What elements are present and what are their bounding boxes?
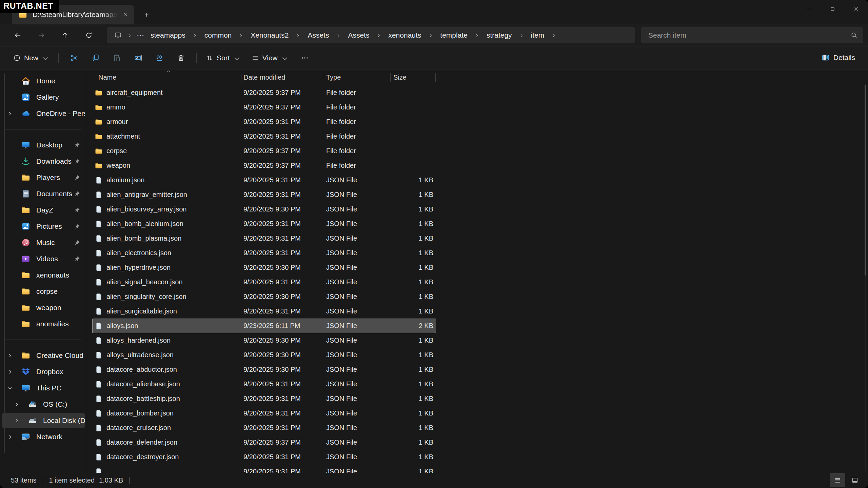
- breadcrumb-segment[interactable]: common: [201, 29, 236, 41]
- sidebar-item-players[interactable]: Players: [2, 170, 85, 185]
- rename-button[interactable]: [129, 50, 147, 66]
- file-row-datacore-battleship-json[interactable]: datacore_battleship.json 9/20/2025 9:31 …: [92, 391, 436, 406]
- column-header-type[interactable]: Type: [324, 72, 391, 83]
- sidebar-item-onedrive-persona[interactable]: OneDrive - Persona: [2, 106, 85, 121]
- new-tab-button[interactable]: [140, 8, 153, 21]
- minimize-button[interactable]: [797, 0, 821, 18]
- sidebar-item-downloads[interactable]: Downloads: [2, 154, 85, 169]
- sidebar-item-gallery[interactable]: Gallery: [2, 90, 85, 105]
- file-name: datacore_cruiser.json: [106, 424, 171, 432]
- file-row-alenium-json[interactable]: alenium.json 9/20/2025 9:31 PM JSON File…: [92, 173, 436, 187]
- breadcrumb-segment[interactable]: template: [436, 29, 471, 41]
- file-row-corpse[interactable]: corpse 9/20/2025 9:37 PM File folder: [92, 144, 436, 158]
- forward-button[interactable]: [34, 28, 49, 43]
- file-row-weapon[interactable]: weapon 9/20/2025 9:37 PM File folder: [92, 158, 436, 173]
- file-row-alien-singularity-core-json[interactable]: alien_singularity_core.json 9/20/2025 9:…: [92, 289, 436, 304]
- file-row-alien-signal-beacon-json[interactable]: alien_signal_beacon.json 9/20/2025 9:31 …: [92, 275, 436, 289]
- tab-close-button[interactable]: [119, 8, 132, 21]
- sidebar-item-this-pc[interactable]: This PC: [2, 381, 85, 395]
- paste-button[interactable]: [107, 50, 126, 66]
- maximize-button[interactable]: [821, 0, 844, 18]
- file-row-attachment[interactable]: attachment 9/20/2025 9:31 PM File folder: [92, 129, 436, 144]
- close-button[interactable]: [844, 0, 868, 18]
- file-row-alien-biosurvey-array-json[interactable]: alien_biosurvey_array.json 9/20/2025 9:3…: [92, 202, 436, 217]
- file-row-datacore-abductor-json[interactable]: datacore_abductor.json 9/20/2025 9:30 PM…: [92, 362, 436, 377]
- file-row-datacore-destroyer-json[interactable]: datacore_destroyer.json 9/20/2025 9:31 P…: [92, 450, 436, 464]
- file-row-alloys-hardened-json[interactable]: alloys_hardened.json 9/20/2025 9:30 PM J…: [92, 333, 436, 348]
- search-icon[interactable]: [850, 32, 857, 39]
- more-options-button[interactable]: [296, 50, 314, 66]
- file-row-alloys-ultradense-json[interactable]: alloys_ultradense.json 9/20/2025 9:30 PM…: [92, 348, 436, 362]
- breadcrumb-segment[interactable]: xenonauts: [384, 29, 425, 41]
- file-row-alien-antigrav-emitter-json[interactable]: alien_antigrav_emitter.json 9/20/2025 9:…: [92, 187, 436, 202]
- details-view-button[interactable]: [830, 473, 845, 487]
- sidebar-item-os-c[interactable]: OS (C:): [2, 397, 85, 412]
- file-row-ammo[interactable]: ammo 9/20/2025 9:37 PM File folder: [92, 100, 436, 115]
- file-date-modified: 9/20/2025 9:31 PM: [241, 235, 324, 242]
- content-view-button[interactable]: [847, 473, 863, 487]
- refresh-button[interactable]: [81, 28, 96, 43]
- pin-icon: [74, 174, 80, 181]
- breadcrumb: ⋯ steamapps common Xenonauts2: [107, 27, 635, 43]
- sidebar-item-weapon[interactable]: weapon: [2, 300, 85, 315]
- breadcrumb-segment[interactable]: item: [527, 29, 548, 41]
- sidebar-item-corpse[interactable]: corpse: [2, 284, 85, 299]
- monitor-icon[interactable]: [114, 32, 122, 39]
- column-header-date-modified[interactable]: Date modified: [241, 72, 324, 83]
- delete-button[interactable]: [172, 50, 190, 66]
- file-row-datacore-alienbase-json[interactable]: datacore_alienbase.json 9/20/2025 9:31 P…: [92, 377, 436, 391]
- sidebar-item-dropbox[interactable]: Dropbox: [2, 364, 85, 379]
- column-header-size[interactable]: Size: [391, 72, 436, 83]
- sidebar-item-xenonauts[interactable]: xenonauts: [2, 268, 85, 283]
- new-button[interactable]: New: [9, 50, 54, 66]
- new-button-label: New: [24, 54, 38, 62]
- sidebar-item-videos[interactable]: Videos: [2, 251, 85, 266]
- file-row-aircraft-equipment[interactable]: aircraft_equipment 9/20/2025 9:37 PM Fil…: [92, 85, 436, 100]
- file-date-modified: 9/20/2025 9:31 PM: [241, 249, 324, 257]
- file-row-alloys-json[interactable]: alloys.json 9/23/2025 6:11 PM JSON File …: [92, 319, 436, 333]
- sidebar-item-local-disk-d[interactable]: Local Disk (D:): [2, 413, 85, 428]
- back-button[interactable]: [10, 28, 25, 43]
- file-row-datacore-defender-json[interactable]: datacore_defender.json 9/20/2025 9:37 PM…: [92, 435, 436, 450]
- search-input[interactable]: [641, 27, 863, 43]
- sidebar-item-network[interactable]: Network: [2, 429, 85, 444]
- sidebar-divider: [5, 129, 81, 129]
- json-file-icon: [95, 293, 103, 301]
- json-file-icon: [95, 366, 103, 374]
- file-size: 1 KB: [391, 424, 436, 432]
- file-row-datacore-bomber-json[interactable]: datacore_bomber.json 9/20/2025 9:31 PM J…: [92, 406, 436, 421]
- sidebar-item-anomalies[interactable]: anomalies: [2, 317, 85, 331]
- breadcrumb-segment[interactable]: strategy: [483, 29, 516, 41]
- file-row-alien-bomb-plasma-json[interactable]: alien_bomb_plasma.json 9/20/2025 9:31 PM…: [92, 231, 436, 246]
- sidebar-item-home[interactable]: Home: [2, 74, 85, 88]
- file-row-alien-surgicaltable-json[interactable]: alien_surgicaltable.json 9/20/2025 9:31 …: [92, 304, 436, 319]
- breadcrumb-overflow[interactable]: ⋯: [135, 31, 147, 40]
- up-button[interactable]: [58, 28, 73, 43]
- file-list-scrollbar-thumb[interactable]: [865, 85, 866, 276]
- sidebar-item-dayz[interactable]: DayZ: [2, 203, 85, 218]
- file-row-datacore-cruiser-json[interactable]: datacore_cruiser.json 9/20/2025 9:31 PM …: [92, 421, 436, 435]
- column-header-name[interactable]: Name: [92, 72, 241, 83]
- breadcrumb-segment[interactable]: Xenonauts2: [247, 29, 292, 41]
- file-row-alien-electronics-json[interactable]: alien_electronics.json 9/20/2025 9:31 PM…: [92, 246, 436, 260]
- file-row-alien-bomb-alenium-json[interactable]: alien_bomb_alenium.json 9/20/2025 9:31 P…: [92, 217, 436, 231]
- file-row[interactable]: 9/20/2025 9:31 PM JSON File 1 KB: [92, 464, 436, 473]
- share-icon: [156, 54, 164, 62]
- sort-button[interactable]: Sort: [201, 50, 245, 66]
- copy-button[interactable]: [86, 50, 105, 66]
- sidebar-item-documents[interactable]: Documents: [2, 186, 85, 201]
- sidebar-item-desktop[interactable]: Desktop: [2, 138, 85, 152]
- sidebar-item-creative-cloud-files[interactable]: Creative Cloud Files: [2, 348, 85, 363]
- breadcrumb-segment[interactable]: steamapps: [147, 29, 189, 41]
- sidebar-item-pictures[interactable]: Pictures: [2, 219, 85, 234]
- view-button[interactable]: View: [247, 50, 293, 66]
- breadcrumb-segment[interactable]: Assets: [304, 29, 333, 41]
- cut-button[interactable]: [65, 50, 83, 66]
- details-pane-button[interactable]: Details: [817, 49, 859, 66]
- file-row-alien-hyperdrive-json[interactable]: alien_hyperdrive.json 9/20/2025 9:30 PM …: [92, 260, 436, 275]
- sidebar-item-music[interactable]: Music: [2, 235, 85, 250]
- breadcrumb-segment[interactable]: Assets: [344, 29, 373, 41]
- file-row-armour[interactable]: armour 9/20/2025 9:31 PM File folder: [92, 115, 436, 129]
- share-button[interactable]: [150, 50, 169, 66]
- sidebar-scrollbar[interactable]: [4, 73, 5, 453]
